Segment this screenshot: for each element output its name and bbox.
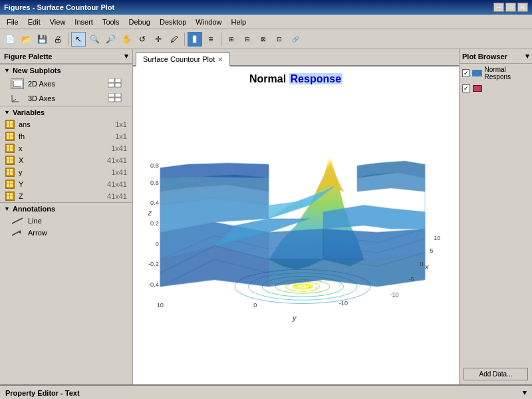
property-editor: Property Editor - Text ▾ Line Style: - ▼… (0, 384, 532, 399)
save-button[interactable]: 💾 (35, 32, 49, 47)
annotation-line[interactable]: Line (0, 215, 132, 227)
rotate-tool[interactable]: ↺ (135, 32, 150, 47)
menu-debug[interactable]: Debug (125, 17, 154, 27)
svg-marker-99 (473, 70, 481, 76)
var-icon (5, 156, 15, 165)
tab-close-icon[interactable]: ✕ (217, 56, 223, 63)
brush-tool[interactable]: 🖊 (167, 32, 182, 47)
svg-rect-13 (7, 124, 9, 127)
svg-rect-19 (10, 133, 13, 136)
insert-colorbar[interactable]: ▊ (188, 32, 202, 47)
svg-rect-17 (7, 133, 9, 136)
svg-text:0.4: 0.4 (150, 200, 159, 206)
menu-desktop[interactable]: Desktop (156, 17, 190, 27)
variable-row-Z[interactable]: Z 41x41 (0, 190, 132, 202)
menu-view[interactable]: View (46, 17, 70, 27)
new-button[interactable]: 📄 (3, 32, 17, 47)
select-tool[interactable]: ↖ (71, 32, 86, 47)
var-name: ans (19, 120, 111, 128)
svg-point-58 (295, 285, 297, 287)
grid-3[interactable]: ⊠ (256, 32, 271, 47)
var-name: fh (19, 132, 111, 140)
var-name: X (19, 156, 103, 164)
subplots-arrow: ▼ (4, 67, 10, 74)
property-editor-title: Property Editor - Text (5, 389, 80, 397)
svg-rect-35 (10, 172, 13, 175)
variable-row-fh[interactable]: fh 1x1 (0, 130, 132, 142)
prop-header-expand[interactable]: ▾ (523, 388, 527, 397)
section-annotations[interactable]: ▼ Annotations (0, 202, 132, 215)
svg-point-60 (309, 287, 310, 288)
browser-checkbox-1[interactable]: ✓ (462, 69, 469, 77)
grid-2[interactable]: ⊟ (240, 32, 255, 47)
open-button[interactable]: 📂 (19, 32, 33, 47)
svg-text:0: 0 (420, 261, 423, 267)
title-response-text: Response (289, 73, 342, 84)
figure-palette-header: Figure Palette ▾ (0, 49, 132, 64)
browser-item-1[interactable]: ✓ Normal Respons (460, 64, 532, 82)
plot-title: Normal Response (249, 73, 342, 85)
section-subplots[interactable]: ▼ New Subplots (0, 64, 132, 76)
x-axis-label: x (424, 263, 429, 271)
svg-rect-40 (10, 184, 13, 187)
var-size: 1x1 (115, 120, 127, 128)
variable-row-Y[interactable]: Y 41x41 (0, 178, 132, 190)
section-variables[interactable]: ▼ Variables (0, 106, 132, 118)
menu-tools[interactable]: Tools (98, 17, 124, 27)
palette-item-2d-axes[interactable]: 2D Axes (0, 76, 132, 91)
var-size: 41x41 (107, 180, 127, 188)
plot-svg: y x z 10 0 -10 -10 -5 0 5 10 -0.4 -0.2 (133, 66, 459, 384)
grid-4[interactable]: ⊡ (272, 32, 287, 47)
browser-menu-icon[interactable]: ▾ (525, 52, 529, 61)
annotation-line-label: Line (28, 217, 42, 225)
browser-item-2[interactable]: ✓ (460, 82, 532, 94)
menu-edit[interactable]: Edit (24, 17, 45, 27)
maximize-button[interactable]: □ (505, 3, 516, 12)
palette-scroll[interactable]: ▼ New Subplots 2D Axes 3D Axes (0, 64, 132, 384)
data-cursor[interactable]: ✛ (151, 32, 166, 47)
variable-row-y[interactable]: y 1x41 (0, 166, 132, 178)
menu-file[interactable]: File (3, 17, 23, 27)
svg-rect-20 (10, 136, 13, 139)
menu-insert[interactable]: Insert (70, 17, 97, 27)
variable-row-X[interactable]: X 41x41 (0, 154, 132, 166)
plot-area[interactable]: Normal Response (133, 66, 459, 384)
browser-checkbox-2[interactable]: ✓ (462, 84, 470, 92)
svg-rect-32 (7, 169, 9, 172)
grid-1[interactable]: ⊞ (224, 32, 239, 47)
print-button[interactable]: 🖨 (51, 32, 65, 47)
annotation-arrow[interactable]: Arrow (0, 227, 132, 239)
link-axes[interactable]: 🔗 (288, 32, 303, 47)
title-normal-text: Normal (249, 73, 286, 84)
z-axis-label: z (147, 209, 152, 217)
separator-2 (184, 33, 185, 46)
svg-rect-22 (7, 145, 9, 148)
annotation-arrow-label: Arrow (28, 229, 47, 237)
zoom-in[interactable]: 🔍 (87, 32, 102, 47)
variable-row-x[interactable]: x 1x41 (0, 142, 132, 154)
pan-tool[interactable]: ✋ (119, 32, 134, 47)
variable-row-ans[interactable]: ans 1x1 (0, 118, 132, 130)
2d-axes-icon (11, 78, 24, 89)
close-button[interactable]: ✕ (517, 3, 528, 12)
menu-help[interactable]: Help (227, 17, 250, 27)
zoom-out[interactable]: 🔎 (103, 32, 118, 47)
tab-surface-countour[interactable]: Surface Countour Plot ✕ (136, 53, 230, 66)
svg-text:5: 5 (430, 247, 434, 254)
svg-rect-6 (115, 83, 121, 87)
svg-line-47 (12, 231, 21, 235)
add-data-button[interactable]: Add Data... (464, 368, 528, 380)
menu-window[interactable]: Window (192, 17, 225, 27)
var-icon (5, 168, 15, 177)
insert-legend[interactable]: ≡ (203, 32, 218, 47)
palette-item-3d-axes[interactable]: 3D Axes (0, 91, 132, 106)
var-name: Z (19, 192, 103, 200)
palette-menu-icon[interactable]: ▾ (124, 52, 128, 61)
separator-1 (68, 33, 68, 46)
center-area: Surface Countour Plot ✕ Normal Response (133, 49, 459, 384)
svg-rect-7 (108, 93, 114, 97)
minimize-button[interactable]: ─ (493, 3, 504, 12)
svg-rect-25 (10, 148, 13, 151)
3d-axes-label: 3D Axes (28, 94, 55, 102)
svg-point-59 (302, 286, 303, 287)
